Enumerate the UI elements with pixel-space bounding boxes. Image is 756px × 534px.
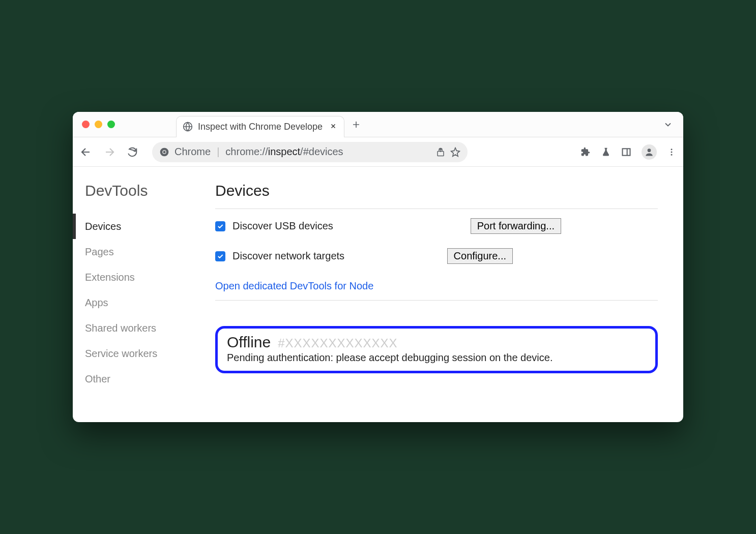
title-bar: Inspect with Chrome Develope — [73, 112, 683, 137]
sidebar-item-service-workers[interactable]: Service workers — [73, 341, 200, 366]
sidebar-item-extensions[interactable]: Extensions — [73, 264, 200, 290]
discover-usb-row: Discover USB devices Port forwarding... — [215, 218, 658, 234]
open-node-devtools-link[interactable]: Open dedicated DevTools for Node — [215, 280, 373, 292]
bookmark-icon[interactable] — [450, 147, 460, 157]
url-divider: | — [217, 146, 219, 158]
configure-button[interactable]: Configure... — [447, 248, 513, 264]
back-button[interactable] — [80, 146, 92, 158]
share-icon[interactable] — [436, 147, 445, 157]
sidebar-item-other[interactable]: Other — [73, 366, 200, 392]
sidebar-item-shared-workers[interactable]: Shared workers — [73, 315, 200, 341]
maximize-window-button[interactable] — [107, 121, 115, 128]
offline-device-box: Offline #XXXXXXXXXXXXX Pending authentic… — [215, 326, 658, 373]
tab-title: Inspect with Chrome Develope — [198, 122, 323, 132]
tab-overflow-icon[interactable] — [663, 120, 673, 130]
chrome-icon — [159, 147, 169, 157]
device-hash: #XXXXXXXXXXXXX — [278, 336, 397, 350]
toolbar: Chrome | chrome://inspect/#devices — [73, 137, 683, 167]
globe-icon — [183, 122, 193, 132]
window-controls — [82, 121, 115, 128]
sidebar: DevTools Devices Pages Extensions Apps S… — [73, 182, 200, 392]
reload-button[interactable] — [127, 146, 138, 158]
svg-point-6 — [648, 149, 651, 152]
main-panel: Devices Discover USB devices Port forwar… — [200, 182, 673, 392]
menu-icon[interactable] — [667, 147, 676, 157]
discover-usb-label: Discover USB devices — [232, 220, 333, 232]
page-content: DevTools Devices Pages Extensions Apps S… — [73, 167, 683, 422]
page-heading: Devices — [215, 182, 658, 199]
browser-window: Inspect with Chrome Develope — [73, 112, 683, 422]
close-tab-icon[interactable] — [330, 122, 337, 132]
url-scheme: Chrome — [175, 146, 211, 158]
port-forwarding-button[interactable]: Port forwarding... — [471, 218, 561, 234]
discover-network-row: Discover network targets Configure... — [215, 248, 658, 264]
svg-point-3 — [163, 151, 166, 153]
discover-network-checkbox[interactable] — [215, 251, 225, 261]
pending-auth-message: Pending authentication: please accept de… — [227, 352, 646, 364]
divider — [215, 209, 658, 209]
side-panel-icon[interactable] — [621, 147, 631, 157]
forward-button[interactable] — [103, 146, 115, 158]
extensions-icon[interactable] — [580, 147, 591, 157]
sidebar-title: DevTools — [73, 182, 200, 199]
discover-usb-checkbox[interactable] — [215, 221, 225, 231]
svg-point-9 — [671, 154, 673, 155]
svg-point-8 — [671, 151, 673, 153]
svg-point-7 — [671, 149, 673, 150]
profile-avatar[interactable] — [642, 144, 657, 160]
url-text: chrome://inspect/#devices — [225, 146, 343, 158]
close-window-button[interactable] — [82, 121, 90, 128]
browser-tab[interactable]: Inspect with Chrome Develope — [176, 116, 344, 137]
divider — [215, 300, 658, 301]
labs-icon[interactable] — [601, 147, 611, 157]
svg-rect-5 — [623, 149, 630, 155]
offline-status: Offline — [227, 334, 271, 351]
minimize-window-button[interactable] — [95, 121, 102, 128]
sidebar-item-pages[interactable]: Pages — [73, 239, 200, 264]
address-bar[interactable]: Chrome | chrome://inspect/#devices — [152, 142, 468, 162]
discover-network-label: Discover network targets — [232, 250, 344, 262]
sidebar-item-devices[interactable]: Devices — [73, 214, 200, 239]
sidebar-item-apps[interactable]: Apps — [73, 290, 200, 315]
new-tab-button[interactable] — [352, 120, 361, 129]
